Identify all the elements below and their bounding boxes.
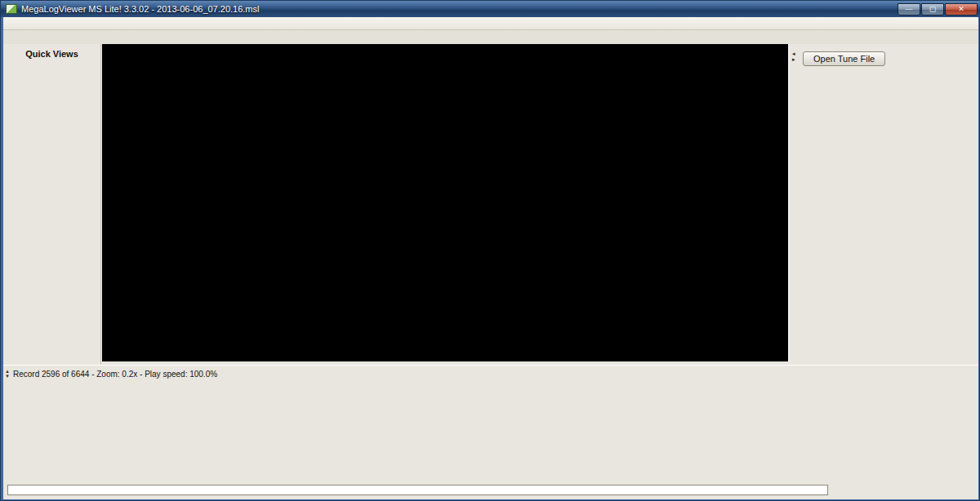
resize-arrows-icon[interactable]: ▲▼ [3, 369, 11, 379]
tab-row [3, 30, 978, 44]
main-content: Quick Views ◂▸ Open Tune File [3, 44, 978, 365]
record-status-bar: ▲▼ Record 2596 of 6644 - Zoom: 0.2x - Pl… [3, 365, 978, 382]
app-icon [6, 4, 17, 14]
title-bar[interactable]: MegaLogViewer MS Lite! 3.3.02 - 2013-06-… [1, 1, 980, 17]
menu-bar [3, 17, 978, 30]
window-controls: — ▢ ✕ [897, 3, 978, 16]
minimize-button[interactable]: — [898, 3, 920, 16]
open-tune-file-button[interactable]: Open Tune File [803, 51, 885, 66]
maximize-button[interactable]: ▢ [921, 3, 944, 16]
graph-panel[interactable] [102, 44, 790, 361]
timeline-scrollbar[interactable] [7, 485, 828, 495]
quick-views-title: Quick Views [3, 44, 100, 59]
gauge-grid [3, 382, 978, 480]
bottom-bar [3, 480, 978, 499]
right-panel: ◂▸ Open Tune File [791, 44, 978, 365]
window-title: MegaLogViewer MS Lite! 3.3.02 - 2013-06-… [21, 4, 259, 14]
record-text: Record 2596 of 6644 - Zoom: 0.2x - Play … [11, 370, 217, 379]
close-button[interactable]: ✕ [945, 3, 978, 16]
splitter-arrows-icon[interactable]: ◂▸ [792, 51, 795, 62]
quick-views-panel: Quick Views [3, 44, 101, 365]
app-window: MegaLogViewer MS Lite! 3.3.02 - 2013-06-… [0, 0, 980, 501]
